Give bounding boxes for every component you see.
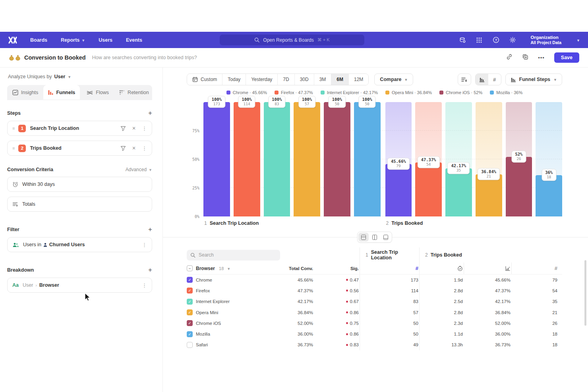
legend-item[interactable]: Chrome · 45.66% xyxy=(226,90,267,95)
drag-handle-icon[interactable]: ≡ xyxy=(12,126,15,131)
apps-grid-icon[interactable] xyxy=(476,37,483,44)
legend-item[interactable]: Mozilla · 36% xyxy=(490,90,522,95)
kebab-menu-icon[interactable]: ⋮ xyxy=(142,126,147,131)
global-search[interactable]: Open Reports & Boards ⌘ + K xyxy=(220,35,364,45)
row-checkbox[interactable]: ✓ xyxy=(187,277,193,283)
range-30d[interactable]: 30D xyxy=(294,74,314,85)
data-management-icon[interactable] xyxy=(459,37,466,44)
layout-bottom-panel-button[interactable] xyxy=(381,233,391,241)
funnel-view-dropdown[interactable]: Funnel Steps ▼ xyxy=(505,73,562,85)
funnel-bar-opera-mini[interactable]: 36.84%21 xyxy=(476,102,502,216)
step-item-2[interactable]: ≡ 2 Trips Booked ✕ ⋮ xyxy=(7,141,152,156)
criteria-item[interactable]: Within 30 days xyxy=(7,177,152,192)
range-3m[interactable]: 3M xyxy=(314,74,331,85)
chart-view-icon[interactable] xyxy=(476,73,488,85)
drag-handle-icon[interactable]: ≡ xyxy=(12,146,15,151)
funnel-bar-internet-explorer[interactable]: 42.17%35 xyxy=(445,102,472,216)
funnel-bar-chrome[interactable]: 45.66%79 xyxy=(385,102,412,216)
breakdown-scope: User xyxy=(23,282,33,288)
legend-item[interactable]: Firefox · 47.37% xyxy=(275,90,313,95)
tab-flows[interactable]: Flows xyxy=(80,85,116,100)
help-icon[interactable]: ? xyxy=(492,37,499,44)
row-checkbox[interactable]: ✓ xyxy=(187,331,193,337)
funnel-bar-chrome-ios[interactable]: 100%50 xyxy=(324,102,350,216)
row-sig: 0.75 xyxy=(314,321,360,326)
row-checkbox[interactable]: ✓ xyxy=(187,299,193,305)
row-checkbox[interactable]: ✓ xyxy=(187,320,193,326)
funnel-bar-chrome[interactable]: 100%173 xyxy=(203,102,230,216)
duplicate-icon[interactable] xyxy=(522,54,528,62)
conversion-rate-header-icon[interactable] xyxy=(464,263,511,274)
add-breakdown-button[interactable]: + xyxy=(148,266,152,273)
filter-funnel-icon[interactable] xyxy=(120,126,126,131)
layout-split-columns-button[interactable] xyxy=(369,233,380,241)
range-6m[interactable]: 6M xyxy=(331,74,348,85)
filter-item[interactable]: Users in Churned Users ⋮ xyxy=(7,237,152,252)
more-menu-icon[interactable]: ••• xyxy=(538,55,545,61)
compare-button[interactable]: Compare▼ xyxy=(374,73,413,85)
step2-count-header-icon[interactable]: # xyxy=(511,263,558,274)
save-button[interactable]: Save xyxy=(554,52,579,63)
row-sig: 0.83 xyxy=(314,342,360,347)
sort-icon[interactable] xyxy=(458,73,471,85)
range-12m[interactable]: 12M xyxy=(348,74,368,85)
remove-step-icon[interactable]: ✕ xyxy=(132,145,136,151)
kebab-menu-icon[interactable]: ⋮ xyxy=(142,242,147,248)
criteria-item[interactable]: Totals xyxy=(7,197,152,212)
step-item-1[interactable]: ≡ 1 Search Trip Location ✕ ⋮ xyxy=(7,121,152,136)
funnel-bar-opera-mini[interactable]: 100%57 xyxy=(294,102,320,216)
legend-item[interactable]: Chrome iOS · 52% xyxy=(439,90,482,95)
legend-item[interactable]: Internet Explorer · 42.17% xyxy=(321,90,378,95)
nav-item-events[interactable]: Events xyxy=(126,37,142,43)
table-step2-header: 2Trips Booked xyxy=(419,247,558,263)
row-step1-count: 173 xyxy=(360,274,419,285)
nav-item-reports[interactable]: Reports▼ xyxy=(61,37,85,43)
org-switcher[interactable]: Organization All Project Data ▼ xyxy=(530,35,580,46)
row-checkbox[interactable]: ✓ xyxy=(187,309,193,315)
select-all-checkbox[interactable]: – xyxy=(187,265,193,271)
copy-link-icon[interactable] xyxy=(506,54,513,62)
table-search-input[interactable] xyxy=(187,250,280,261)
tab-funnels[interactable]: Funnels xyxy=(43,85,79,100)
row-checkbox[interactable] xyxy=(187,342,193,348)
metrics-view-icon[interactable]: # xyxy=(488,73,501,85)
tab-insights[interactable]: Insights xyxy=(7,85,43,100)
range-custom[interactable]: Custom xyxy=(187,74,222,85)
range-today[interactable]: Today xyxy=(222,74,246,85)
filter-prefix: Users in xyxy=(23,242,41,247)
layout-split-rows-button[interactable] xyxy=(358,233,369,241)
report-header: Conversion to Booked How are searches co… xyxy=(0,48,588,68)
add-filter-button[interactable]: + xyxy=(148,226,152,233)
sig-header[interactable]: Sig. xyxy=(314,266,360,271)
search-shortcut: ⌘ + K xyxy=(317,37,330,42)
nav-item-boards[interactable]: Boards xyxy=(30,37,47,43)
kebab-menu-icon[interactable]: ⋮ xyxy=(142,145,147,151)
funnel-bar-firefox[interactable]: 47.37%54 xyxy=(415,102,442,216)
funnel-bar-mozilla[interactable]: 100%50 xyxy=(354,102,381,216)
total-conv-header[interactable]: Total Conv. xyxy=(278,266,314,271)
kebab-menu-icon[interactable]: ⋮ xyxy=(142,282,147,288)
tab-retention[interactable]: Retention xyxy=(116,85,152,100)
filter-funnel-icon[interactable] xyxy=(120,146,126,151)
settings-gear-icon[interactable] xyxy=(509,37,516,44)
range-yesterday[interactable]: Yesterday xyxy=(246,74,277,85)
table-scrollbar[interactable] xyxy=(584,260,586,326)
add-step-button[interactable]: + xyxy=(148,110,152,116)
table-row: ✓ Chrome 45.66% 0.47 173 1.9d 45.66% 79 xyxy=(187,274,562,285)
funnel-bar-mozilla[interactable]: 36%18 xyxy=(536,102,562,216)
step1-count-header-icon[interactable]: # xyxy=(360,263,419,274)
mixpanel-logo-icon[interactable] xyxy=(8,36,18,44)
remove-step-icon[interactable]: ✕ xyxy=(132,126,136,131)
sig-dot xyxy=(346,290,348,292)
time-to-convert-header-icon[interactable] xyxy=(419,263,464,274)
funnel-bar-firefox[interactable]: 100%114 xyxy=(234,102,260,216)
analyze-uniques-control[interactable]: Analyze Uniques by User ▼ xyxy=(8,74,152,79)
nav-item-users[interactable]: Users xyxy=(99,37,112,43)
row-checkbox[interactable]: ✓ xyxy=(187,288,193,294)
funnel-bar-internet-explorer[interactable]: 100%83 xyxy=(264,102,290,216)
advanced-toggle[interactable]: Advanced▼ xyxy=(126,167,152,172)
breakdown-item[interactable]: Aa User › Browser ⋮ xyxy=(7,278,152,293)
funnel-bar-chrome-ios[interactable]: 52%26 xyxy=(506,102,532,216)
range-7d[interactable]: 7D xyxy=(277,74,294,85)
legend-item[interactable]: Opera Mini · 36.84% xyxy=(385,90,432,95)
